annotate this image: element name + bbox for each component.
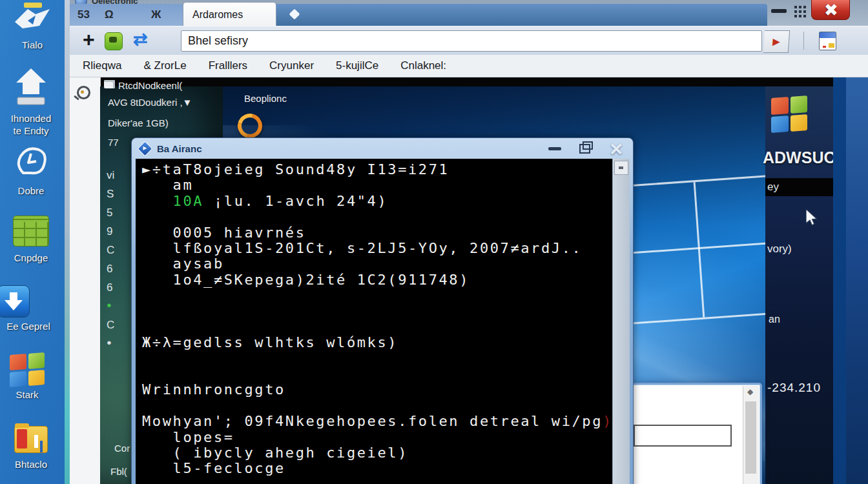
terminal-title: Ba Airanc bbox=[157, 143, 202, 154]
desktop-icon-label: Ee Geprel bbox=[0, 320, 59, 332]
desktop-right-strip bbox=[846, 77, 868, 484]
desktop-icon-geprel[interactable]: Ee Geprel bbox=[0, 285, 59, 332]
console-line: l5-feclocge bbox=[142, 460, 612, 476]
grid-glyph-icon[interactable]: Ж bbox=[151, 8, 161, 21]
console-line: Mowhyan'; 09f4Nkegehopees.folen detreal … bbox=[142, 413, 612, 429]
search-icon[interactable] bbox=[77, 86, 90, 99]
windows-flag-icon bbox=[771, 97, 807, 132]
terminal-close-icon[interactable]: × bbox=[610, 142, 623, 155]
console-line: 10A ¡lu. 1-avch 24"4) bbox=[142, 193, 612, 208]
terminal-scroll-up[interactable] bbox=[614, 161, 628, 175]
toolbar-divider bbox=[803, 32, 804, 50]
document-icon bbox=[104, 80, 115, 88]
restore-grid-icon[interactable] bbox=[794, 6, 797, 8]
green-grid-icon bbox=[13, 216, 49, 247]
desktop-shortcut-label: Beoplionc bbox=[244, 93, 287, 104]
desktop-icon-label: Ihnonded te Endty bbox=[0, 112, 62, 137]
bell-icon[interactable]: Ω bbox=[105, 8, 114, 21]
panel-char: 6 bbox=[107, 263, 114, 281]
panel-scrollbar[interactable]: ◆ ◆ ◆ bbox=[743, 386, 759, 484]
sidebar-strip bbox=[70, 77, 101, 484]
panel-line: 77 bbox=[108, 137, 119, 148]
panel-line: Fbl( bbox=[110, 466, 127, 477]
console-line: lopes= bbox=[142, 429, 612, 445]
console-line bbox=[142, 208, 612, 224]
scroll-thumb[interactable] bbox=[745, 401, 756, 474]
new-tab-icon[interactable] bbox=[289, 9, 300, 20]
terminal-minimize-icon[interactable] bbox=[548, 147, 561, 150]
panel-char: C bbox=[107, 319, 114, 338]
desktop-icon-cnpdge[interactable]: Cnpdge bbox=[0, 216, 62, 264]
console-line: am bbox=[142, 177, 612, 192]
add-icon[interactable]: + bbox=[83, 28, 95, 52]
console-line: aysab bbox=[142, 256, 612, 271]
address-input[interactable] bbox=[181, 31, 761, 51]
desktop-icon-label: Stark bbox=[0, 388, 58, 401]
minimize-icon[interactable] bbox=[771, 9, 787, 13]
console-line bbox=[142, 287, 612, 303]
desktop-icon-tialo[interactable]: Tialo bbox=[1, 1, 63, 51]
menu-bar: Rlieqwa & ZrorLe Fralllers Cryunker 5-ku… bbox=[70, 55, 868, 77]
terminal-titlebar[interactable]: Ba Airanc × bbox=[132, 138, 633, 159]
console-line bbox=[142, 398, 612, 413]
sync-arrows-icon[interactable]: ⇄ bbox=[133, 29, 148, 50]
list-panel: ◆ ◆ ◆ bbox=[626, 383, 762, 484]
panel-line: AVG 8tDoudkeri ,▼ bbox=[108, 97, 192, 108]
console-line: 0005 hiavrnés bbox=[142, 225, 612, 240]
strip-headline: ADWSUOW bbox=[763, 148, 833, 167]
console-line bbox=[142, 350, 612, 366]
console-line: Wrinnhroncggto bbox=[142, 381, 612, 397]
address-bar[interactable] bbox=[181, 30, 762, 52]
desktop-icon-dobre[interactable]: Dobre bbox=[0, 143, 62, 197]
mouse-cursor-icon bbox=[806, 209, 820, 228]
desktop-icon-ihnonded[interactable]: Ihnonded te Endty bbox=[0, 67, 62, 137]
outline-blob-icon bbox=[13, 143, 49, 182]
page-icon[interactable] bbox=[819, 32, 836, 50]
panel-char: 6 bbox=[107, 281, 114, 300]
screen: Tialo Ihnonded te Endty Dobre Cnpdge Ee … bbox=[0, 0, 868, 484]
scroll-up-icon[interactable]: ◆ bbox=[747, 387, 753, 396]
menu-item-5[interactable]: Cnlaknel: bbox=[400, 59, 446, 72]
console-line bbox=[142, 303, 612, 319]
panel-line: Cor bbox=[114, 443, 130, 454]
panel-text-field[interactable] bbox=[634, 425, 732, 447]
console-line bbox=[142, 366, 612, 381]
console-text[interactable]: ►÷taT8ojeieg Sound48y I13=i271 am 10A ¡l… bbox=[136, 159, 612, 484]
desktop-icon-stark[interactable]: Stark bbox=[0, 354, 58, 401]
browser-titlebar: Oelectronic 53 Ω Ж Ardaromes ✚ bbox=[70, 0, 868, 26]
panel-char: 5 bbox=[107, 207, 114, 225]
folder-icon bbox=[14, 426, 48, 453]
extension-icon[interactable] bbox=[105, 32, 123, 50]
panel-line: RtcdNodkeenl( bbox=[118, 80, 182, 91]
right-navy-strip: ADWSUOW ey vory) an -234.210 bbox=[765, 86, 833, 484]
close-button[interactable]: ✚ bbox=[811, 0, 850, 20]
download-arrow-icon bbox=[0, 285, 30, 318]
tab-active[interactable]: Ardaromes bbox=[183, 2, 276, 26]
strip-band: ey bbox=[765, 178, 833, 196]
panel-char-column: viS59C66●C● bbox=[107, 169, 114, 356]
console-line: lfßoyal1S-201Ct, s-2LJ5-YOy, 2007≠ardJ.. bbox=[142, 240, 612, 256]
panel-char: C bbox=[107, 244, 114, 263]
menu-item-1[interactable]: & ZrorLe bbox=[143, 59, 186, 72]
browser-toolbar: + ⇄ ► bbox=[70, 26, 868, 56]
desktop-icon-bhtaclo[interactable]: Bhtaclo bbox=[0, 426, 62, 470]
tab-strip bbox=[276, 4, 767, 26]
strip-text: vory) bbox=[767, 243, 792, 256]
windows-flag-icon bbox=[10, 354, 45, 386]
close-star-icon: ✚ bbox=[820, 0, 841, 20]
console-line: Ж÷λ=gedlss wlhtks wlómks) bbox=[142, 334, 612, 350]
menu-item-4[interactable]: 5-kujilCe bbox=[336, 59, 378, 72]
tabbar-glyph-icon[interactable]: 53 bbox=[78, 8, 90, 21]
terminal-restore-icon[interactable] bbox=[579, 144, 590, 154]
desktop-icon-label: Cnpdge bbox=[0, 252, 62, 264]
console-line: ( ibycly ahegh cigeiel) bbox=[142, 445, 612, 460]
console-line: ►÷taT8ojeieg Sound48y I13=i271 bbox=[142, 161, 612, 177]
terminal-scrollbar[interactable] bbox=[612, 159, 630, 484]
terminal-app-icon bbox=[137, 141, 152, 156]
strip-number: -234.210 bbox=[767, 381, 821, 395]
go-button[interactable]: ► bbox=[763, 30, 790, 53]
panel-char: ● bbox=[107, 300, 114, 319]
menu-item-2[interactable]: Fralllers bbox=[209, 59, 247, 72]
menu-item-3[interactable]: Cryunker bbox=[269, 59, 314, 72]
menu-item-0[interactable]: Rlieqwa bbox=[83, 59, 121, 72]
